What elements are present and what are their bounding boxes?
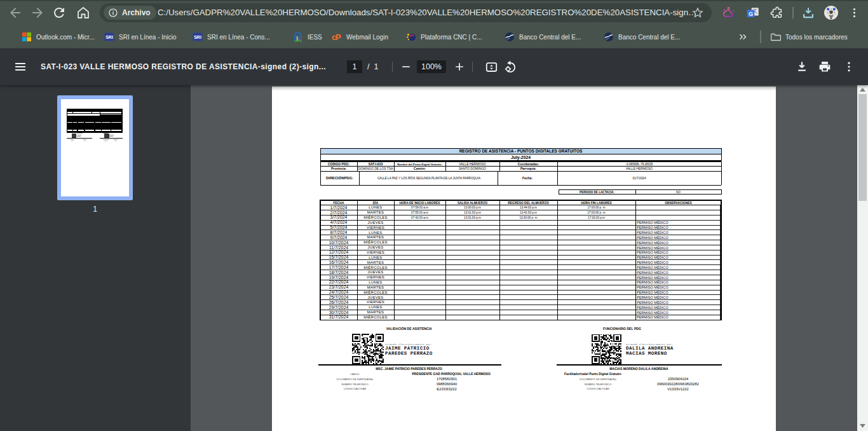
svg-text:PERMISO MÉDICO: PERMISO MÉDICO: [637, 271, 668, 275]
svg-text:MIÉRCOLES: MIÉRCOLES: [363, 216, 388, 219]
svg-text:PAREDES PERRAZO: PAREDES PERRAZO: [385, 351, 433, 356]
svg-text:MIÉRCOLES: MIÉRCOLES: [363, 315, 388, 319]
svg-text:PERMISO MÉDICO: PERMISO MÉDICO: [637, 280, 668, 284]
svg-text:Cantón:: Cantón:: [414, 167, 426, 170]
svg-text:Facilitador/radel Punto Digita: Facilitador/radel Punto Digital Gratuito: [564, 373, 621, 376]
svg-text:13:41:00 p.m: 13:41:00 p.m: [520, 211, 537, 214]
svg-text:PERMISO MÉDICO: PERMISO MÉDICO: [637, 221, 668, 224]
svg-text:OBSERVACIONES: OBSERVACIONES: [665, 202, 692, 205]
svg-text:PERMISO MÉDICO: PERMISO MÉDICO: [637, 296, 668, 299]
svg-text:REGRESO DEL ALMUERZO: REGRESO DEL ALMUERZO: [508, 202, 549, 205]
svg-text:MARTES: MARTES: [367, 235, 384, 239]
svg-text:P: P: [336, 32, 341, 42]
svg-text:07:55:00 a.m: 07:55:00 a.m: [411, 211, 428, 214]
svg-text:DÍA: DÍA: [373, 200, 379, 205]
svg-text:30/7/2024: 30/7/2024: [329, 310, 349, 315]
svg-text:9/7/2024: 9/7/2024: [330, 235, 348, 240]
svg-text:13:01:00 p.m: 13:01:00 p.m: [464, 211, 481, 214]
svg-text:17:00:00 p. m: 17:00:00 p. m: [587, 211, 605, 214]
svg-text:13:44:00 p.m: 13:44:00 p.m: [520, 206, 537, 209]
svg-text:E2333I3222: E2333I3222: [437, 387, 456, 391]
svg-text:MARTES: MARTES: [367, 310, 384, 314]
svg-text:13:01:00 p.m: 13:01:00 p.m: [464, 216, 481, 219]
svg-text:G: G: [749, 11, 753, 17]
svg-text:VIERNES: VIERNES: [367, 300, 384, 304]
svg-text:MARTES: MARTES: [367, 261, 384, 264]
svg-text:07:59:00 a.m: 07:59:00 a.m: [411, 206, 428, 209]
svg-text:CÓDIGO DACTILAR:: CÓDIGO DACTILAR:: [587, 387, 609, 390]
svg-text:VIERNES: VIERNES: [367, 250, 384, 254]
svg-text:FECHA: FECHA: [334, 202, 344, 205]
svg-text:VIERNES: VIERNES: [367, 275, 384, 279]
svg-text:22/7/2024: 22/7/2024: [329, 280, 349, 284]
svg-text:PRESIDENTE GAD PARROQUIAL VALL: PRESIDENTE GAD PARROQUIAL VALLE HERMOSO: [412, 372, 491, 376]
svg-text:MACIAS MORENO DALILA ANDREINA: MACIAS MORENO DALILA ANDREINA: [609, 367, 668, 371]
svg-text:5/7/2024: 5/7/2024: [330, 225, 348, 229]
svg-text:DOCUMENTO DE IDENTIDADNo:: DOCUMENTO DE IDENTIDADNo:: [337, 378, 374, 381]
svg-text:11/7/2024: 11/7/2024: [329, 245, 348, 250]
svg-text:8/7/2024: 8/7/2024: [330, 230, 348, 235]
svg-text:Parroquia:: Parroquia:: [520, 167, 536, 170]
svg-text:MIÉRCOLES: MIÉRCOLES: [363, 291, 388, 294]
svg-text:JUEVES: JUEVES: [368, 245, 384, 249]
svg-text:0960030228/0963820282: 0960030228/0963820282: [657, 382, 699, 386]
svg-text:16/7/2024: 16/7/2024: [329, 260, 349, 264]
svg-text:JUEVES: JUEVES: [368, 270, 384, 274]
svg-text:V1333V1222: V1333V1222: [667, 387, 689, 391]
svg-text:15/7/2024: 15/7/2024: [329, 255, 349, 259]
svg-text:DIRECIÓNPDG:: DIRECIÓNPDG:: [326, 175, 353, 180]
svg-text:SRI: SRI: [105, 35, 113, 39]
svg-text:FUNCIONARIO DEL PDG: FUNCIONARIO DEL PDG: [603, 327, 641, 331]
svg-text:-0.085999,-79.28035: -0.085999,-79.28035: [626, 163, 653, 166]
svg-text:REGISTRO DE ASISTENCIA - PUNTO: REGISTRO DE ASISTENCIA - PUNTOS DIGITALE…: [459, 149, 583, 153]
svg-text:JUEVES: JUEVES: [368, 221, 384, 224]
svg-text:25/7/2024: 25/7/2024: [329, 295, 349, 299]
svg-text:13:30:00 p. m: 13:30:00 p. m: [519, 216, 537, 219]
svg-text:PERMISO MÉDICO: PERMISO MÉDICO: [637, 261, 668, 264]
svg-text:2350904104: 2350904104: [668, 377, 689, 381]
svg-text:31/7/2024: 31/7/2024: [329, 315, 349, 319]
svg-text:17/7/2024: 17/7/2024: [329, 265, 349, 270]
svg-text:NÚMERO TELEFÓNICO:: NÚMERO TELEFÓNICO:: [341, 383, 369, 386]
svg-text:SRI: SRI: [194, 35, 201, 39]
svg-text:MARTES: MARTES: [367, 285, 384, 289]
svg-text:MACIAS MORENO: MACIAS MORENO: [626, 351, 667, 356]
svg-text:SANTO DOMINGO: SANTO DOMINGO: [459, 167, 486, 170]
svg-text:PERMISO MÉDICO: PERMISO MÉDICO: [637, 266, 668, 270]
svg-text:PERMISO MÉDICO: PERMISO MÉDICO: [637, 285, 668, 289]
svg-text:JUEVES: JUEVES: [368, 296, 384, 299]
svg-text:07:42:00 a.m: 07:42:00 a.m: [411, 216, 428, 219]
svg-text:17:02:00 p.m: 17:02:00 p.m: [588, 216, 605, 219]
svg-text:PERMISO MÉDICO: PERMISO MÉDICO: [637, 226, 668, 229]
svg-text:1/7/2024: 1/7/2024: [330, 205, 348, 210]
svg-text:24/7/2024: 24/7/2024: [329, 290, 349, 294]
svg-text:12/7/2024: 12/7/2024: [329, 250, 349, 254]
svg-text:NO: NO: [676, 191, 681, 194]
svg-text:CALLE LA PAZ Y LOS RÍOS SEGUND: CALLE LA PAZ Y LOS RÍOS SEGUNDA PLANTA D…: [377, 176, 481, 180]
svg-text:17:00:00 p. m: 17:00:00 p. m: [587, 206, 605, 209]
svg-text:PERMISO MÉDICO: PERMISO MÉDICO: [637, 236, 668, 240]
svg-text:CÓDIGO DACTILAR:: CÓDIGO DACTILAR:: [344, 387, 367, 390]
svg-text:10/7/2024: 10/7/2024: [329, 240, 349, 245]
svg-text:VALIDACIÓN DE ASISTENCIA: VALIDACIÓN DE ASISTENCIA: [386, 326, 432, 331]
svg-text:SALIDA ALMUERZO: SALIDA ALMUERZO: [458, 202, 487, 205]
svg-text:29/7/2024: 29/7/2024: [329, 305, 349, 310]
svg-text:HORA DE INICIO LABORES: HORA DE INICIO LABORES: [400, 202, 441, 205]
svg-text:CODIGO PDG:: CODIGO PDG:: [328, 162, 350, 166]
svg-text:Nombre del Punto Digital Gratu: Nombre del Punto Digital Gratuito:: [397, 163, 442, 166]
svg-text:PERMISO MÉDICO: PERMISO MÉDICO: [637, 311, 668, 315]
svg-text:NÚMERO TELEFÓNICO:: NÚMERO TELEFÓNICO:: [585, 383, 612, 386]
svg-text:PERMISO MÉDICO: PERMISO MÉDICO: [637, 250, 668, 254]
svg-text:LUNES: LUNES: [369, 305, 382, 309]
svg-text:CARGO:: CARGO:: [351, 373, 360, 376]
svg-text:LUNES: LUNES: [369, 231, 382, 235]
svg-text:MIÉRCOLES: MIÉRCOLES: [363, 240, 388, 244]
svg-text:PERMISO MÉDICO: PERMISO MÉDICO: [637, 241, 668, 245]
svg-text:MIÉRCOLES: MIÉRCOLES: [363, 266, 388, 270]
svg-text:31/7/2024: 31/7/2024: [632, 177, 646, 180]
svg-text:3/7/2024: 3/7/2024: [330, 215, 348, 219]
svg-text:23/7/2024: 23/7/2024: [329, 285, 349, 289]
svg-text:PERMISO MÉDICO: PERMISO MÉDICO: [637, 301, 668, 304]
svg-text:PERMISO MÉDICO: PERMISO MÉDICO: [637, 276, 668, 280]
svg-text:MARTES: MARTES: [367, 210, 384, 214]
